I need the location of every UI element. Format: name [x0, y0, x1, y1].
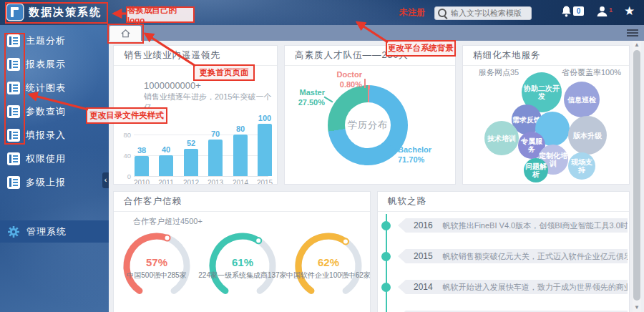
report-folder-icon: [7, 152, 20, 165]
sidebar-item-6[interactable]: 权限使用: [0, 147, 109, 170]
panel-timeline-title: 帆软之路: [378, 192, 629, 212]
report-folder-icon: [7, 176, 20, 189]
timeline-year: 2016: [414, 220, 433, 230]
sidebar-item-label: 管理系统: [26, 225, 67, 238]
panel-talent: 高素质人才队伍——280人 学历分布 Doctor 0.80% Master 2…: [284, 45, 456, 185]
sidebar-item-label: 报表展示: [26, 58, 66, 71]
gauge-percent: 62%: [275, 256, 371, 268]
bar-value-label: 100: [254, 114, 275, 122]
leader-line-doctor: [364, 79, 366, 88]
sidebar-item-3[interactable]: 统计图表: [0, 76, 109, 99]
scrollbar-up-arrow[interactable]: ▲: [633, 41, 641, 49]
leader-line-master: [324, 96, 333, 102]
sidebar-collapse-handle[interactable]: ‹: [102, 172, 109, 188]
app-window: ▲ ▼ 销售业绩业内遥遥领先 1000000000+ 销售业绩逐年进步，2015…: [0, 0, 644, 312]
menu-icon[interactable]: [627, 29, 638, 36]
tab-home[interactable]: [109, 26, 141, 41]
bar-2011: [159, 155, 173, 176]
timeline-dot: [381, 221, 391, 230]
panel-sales: 销售业绩业内遥遥领先 1000000000+ 销售业绩逐年进步，2015年突破一…: [113, 45, 278, 185]
scrollbar-down-arrow[interactable]: ▼: [633, 303, 641, 312]
sidebar-item-label: 填报录入: [26, 129, 66, 142]
favorite-star-icon[interactable]: ★: [624, 4, 635, 19]
report-folder-icon: [7, 34, 20, 47]
timeline-year: 2014: [414, 282, 433, 292]
service-stat-right: 省份覆盖率100%: [562, 67, 621, 78]
x-axis-label: 2011: [154, 179, 178, 185]
sidebar-item-label: 多级上报: [26, 176, 66, 189]
user-icon[interactable]: [596, 5, 608, 18]
unregistered-watermark: 未注册: [399, 6, 425, 19]
sidebar-item-label: 参数查询: [26, 105, 66, 118]
x-axis-label: 2010: [130, 179, 154, 185]
bar-value-label: 40: [155, 145, 177, 154]
bubble-版本升级: 版本升级: [568, 116, 607, 155]
panel-customers-title: 合作客户信赖: [114, 192, 370, 212]
bar-value-label: 70: [205, 130, 226, 138]
tab-bar: [109, 25, 644, 41]
gauge-label: 中国软件企业100强中62家: [275, 270, 371, 281]
sales-subtitle: 销售业绩逐年进步，2015年突破一个亿: [144, 92, 277, 113]
service-stat-left: 服务网点35: [479, 67, 519, 78]
panel-customers: 合作客户信赖 合作客户超过4500+ 57%中国500强中285家61%224家…: [113, 191, 371, 312]
donut-label-master: Master 27.50%: [285, 87, 325, 107]
sidebar-item-4[interactable]: 参数查询: [0, 99, 109, 123]
notification-badge: 0: [573, 6, 584, 16]
bubble-信息巡检: 信息巡检: [564, 82, 600, 117]
app-title: 数据决策系统: [29, 6, 102, 19]
scrollbar-thumb[interactable]: [633, 50, 640, 301]
x-axis-label: 2014: [228, 179, 253, 185]
x-axis-label: 2015: [253, 179, 277, 185]
donut-label-doctor: Doctor 0.80%: [313, 69, 362, 89]
sidebar-item-7[interactable]: 多级上报: [0, 170, 109, 194]
sales-stat: 1000000000+: [144, 80, 201, 91]
user-count: 1: [609, 6, 613, 14]
y-axis-tick: 40: [114, 152, 131, 160]
timeline-text: 帆软销售额突破亿元大关，正式迈入软件企业亿元俱乐部行列: [443, 251, 628, 262]
bubble-现场支持: 现场支持: [568, 152, 595, 180]
sidebar-item-label: 权限使用: [26, 152, 66, 165]
x-axis-label: 2012: [179, 179, 203, 185]
panel-service: 精细化本地服务 服务网点35 省份覆盖率100% 协助二次开发信息巡检需求反馈技…: [462, 45, 630, 185]
bar-2013: [208, 140, 223, 176]
gear-icon: [6, 225, 21, 239]
sales-bar-chart: 0408038201040201152201270201380201410020…: [114, 114, 277, 185]
timeline-item-2014: 2014帆软开始进入发展快车道，致力于成为世界领先的商业智能和数据分析平台提供商: [398, 280, 628, 294]
template-search: [434, 6, 532, 19]
y-axis-tick: 0: [114, 172, 131, 180]
gauge-3: 62%中国软件企业100强中62家: [275, 230, 371, 312]
header-bar: 数据决策系统 未注册 0 1 ★: [0, 0, 644, 25]
bell-icon[interactable]: [560, 5, 572, 18]
report-folder-icon: [7, 129, 20, 142]
panel-timeline: 帆软之路 2016帆软推出FineBI V4.0版本，创领BI商业智能工具3.0…: [377, 191, 630, 312]
sidebar-item-admin[interactable]: 管理系统: [0, 220, 109, 243]
x-axis-label: 2013: [203, 179, 228, 185]
panel-sales-title: 销售业绩业内遥遥领先: [114, 46, 277, 66]
sidebar-item-2[interactable]: 报表展示: [0, 52, 109, 76]
timeline-dot: [381, 283, 391, 292]
timeline-item-2015: 2015帆软销售额突破亿元大关，正式迈入软件企业亿元俱乐部行列: [398, 249, 628, 263]
sidebar: 主题分析报表展示统计图表参数查询填报录入权限使用多级上报 管理系统: [0, 25, 109, 312]
donut-label-bachelor: Bachelor 71.70%: [398, 145, 452, 165]
timeline-year: 2015: [414, 251, 433, 261]
sidebar-item-5[interactable]: 填报录入: [0, 123, 109, 147]
sidebar-item-label: 主题分析: [26, 34, 66, 47]
bar-2015: [258, 124, 272, 176]
donut-center-label: 学历分布: [345, 102, 391, 148]
panel-service-title: 精细化本地服务: [463, 46, 629, 66]
report-folder-icon: [7, 105, 20, 118]
bar-value-label: 80: [230, 125, 251, 133]
sidebar-item-label: 统计图表: [26, 82, 66, 94]
bubble-问题解析: 问题解析: [524, 158, 548, 182]
gridline: [134, 176, 268, 177]
gridline: [134, 135, 268, 135]
sidebar-item-1[interactable]: 主题分析: [0, 29, 109, 52]
search-icon: [438, 9, 447, 17]
gridline: [134, 155, 268, 156]
y-axis-tick: 80: [114, 131, 131, 139]
panel-talent-title: 高素质人才队伍——280人: [285, 46, 455, 66]
search-input[interactable]: [434, 6, 532, 20]
bubble-技术培训: 技术培训: [484, 121, 519, 155]
bar-2010: [135, 156, 149, 176]
app-logo-icon: [7, 4, 23, 20]
